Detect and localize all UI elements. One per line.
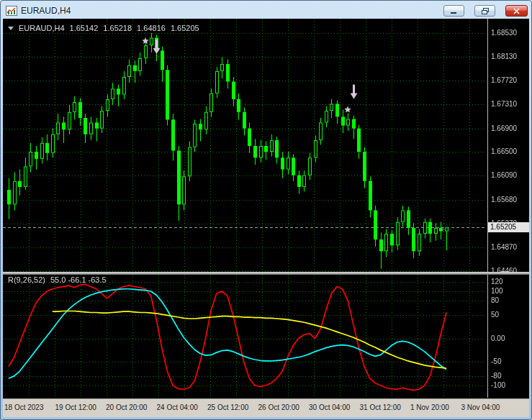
- minimize-icon: [451, 8, 457, 14]
- price-axis-label: 1.66900: [491, 124, 517, 133]
- indicator-axis-label: 120: [491, 278, 503, 286]
- indicator-header: R(9,26,52) 55.0 -66.1 -63.5: [8, 275, 107, 284]
- time-axis-label: 31 Oct 12:00: [360, 403, 401, 411]
- time-axis-label: 1 Nov 20:00: [410, 403, 449, 411]
- chart-body: EURAUD,H4 1.65142 1.65218 1.64816 1.6520…: [3, 19, 529, 398]
- time-axis-label: 24 Oct 04:00: [157, 403, 198, 411]
- chart-symbol-label: EURAUD,H4: [19, 24, 65, 32]
- ohlc-low: 1.64816: [137, 24, 166, 32]
- restore-icon: [482, 8, 489, 14]
- price-axis-label: 1.66090: [491, 171, 517, 180]
- time-axis-label: 3 Nov 04:00: [461, 403, 500, 411]
- titlebar[interactable]: EURAUD,H4: [3, 3, 529, 19]
- price-axis-label: 1.66500: [491, 147, 517, 156]
- close-button[interactable]: [505, 5, 528, 17]
- minimize-button[interactable]: [443, 5, 464, 17]
- window-title: EURAUD,H4: [21, 6, 71, 16]
- indicator-axis-label: -80: [491, 372, 501, 380]
- ohlc-open: 1.65142: [70, 24, 99, 32]
- current-price-tag: 1.65205: [488, 222, 529, 232]
- time-axis-label: 19 Oct 12:00: [55, 403, 96, 411]
- time-axis-label: 26 Oct 20:00: [258, 403, 299, 411]
- ohlc-close: 1.65205: [171, 24, 199, 32]
- indicator-axis-label: 50: [491, 311, 499, 319]
- indicator-axis-label: 0.00: [491, 334, 505, 343]
- price-axis-label: 1.68530: [491, 29, 517, 37]
- time-axis-label: 30 Oct 04:00: [309, 403, 350, 411]
- indicator-name: R(9,26,52): [8, 275, 45, 284]
- price-axis-label: 1.67310: [491, 100, 517, 109]
- ohlc-high: 1.65218: [103, 24, 132, 32]
- time-axis[interactable]: 18 Oct 202319 Oct 12:0020 Oct 20:0024 Oc…: [3, 398, 529, 417]
- indicator-axis[interactable]: 12010080500.00-50-80-100: [490, 272, 528, 398]
- one-click-trading-toggle-icon[interactable]: [8, 27, 14, 30]
- indicator-axis-label: -100: [491, 381, 505, 390]
- indicator-axis-label: -50: [491, 357, 501, 366]
- chart-client-area: EURAUD,H4 1.65142 1.65218 1.64816 1.6520…: [3, 19, 529, 417]
- price-axis[interactable]: 1.685301.681301.677201.673101.669001.665…: [490, 19, 528, 272]
- time-axis-label: 25 Oct 12:00: [207, 403, 248, 411]
- indicator-values: 55.0 -66.1 -63.5: [50, 275, 107, 284]
- price-axis-label: 1.64870: [491, 243, 517, 252]
- chart-window: EURAUD,H4 EURAUD,H4 1.65142 1.: [0, 0, 532, 420]
- time-axis-label: 20 Oct 20:00: [106, 403, 147, 411]
- indicator-axis-label: 80: [491, 296, 499, 305]
- close-icon: [513, 8, 520, 14]
- restore-button[interactable]: [474, 5, 495, 17]
- time-axis-label: 18 Oct 2023: [4, 403, 43, 411]
- panel-divider[interactable]: [3, 272, 529, 275]
- chart-ohlc-header: EURAUD,H4 1.65142 1.65218 1.64816 1.6520…: [8, 24, 199, 32]
- price-axis-label: 1.65680: [491, 196, 517, 204]
- window-controls: [433, 5, 528, 17]
- price-axis-label: 1.67720: [491, 76, 517, 85]
- price-axis-label: 1.68130: [491, 52, 517, 61]
- chart-window-icon: [6, 6, 17, 16]
- indicator-axis-label: 100: [491, 287, 503, 296]
- price-chart-canvas[interactable]: [3, 19, 529, 398]
